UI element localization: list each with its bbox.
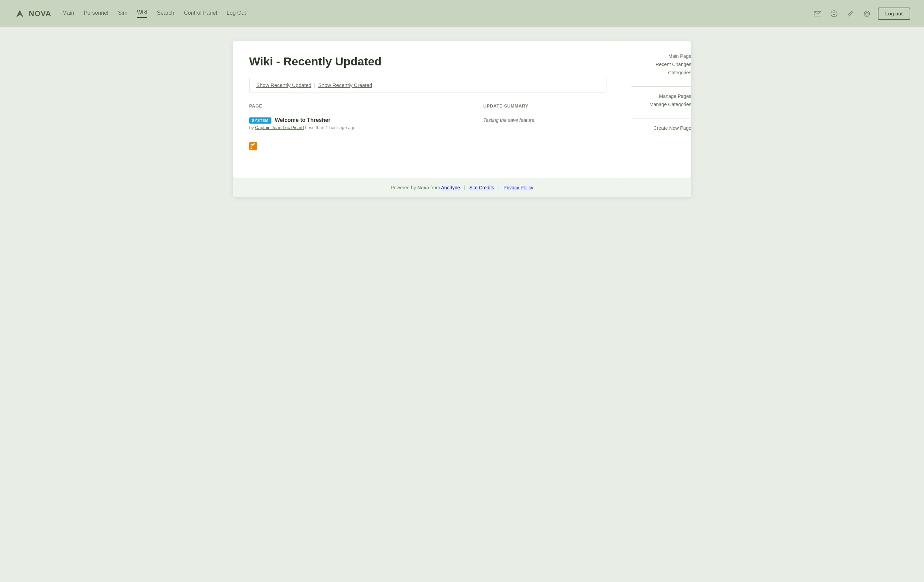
powered-by-text: Powered by [391,185,416,190]
rss-icon [249,142,257,150]
show-recently-created-link[interactable]: Show Recently Created [318,82,372,88]
filter-bar: Show Recently Updated | Show Recently Cr… [249,78,606,93]
time-ago: Less than 1 hour ago ago [305,125,355,130]
sidebar-manage-categories[interactable]: Manage Categories [631,100,691,109]
main-content: Wiki - Recently Updated Show Recently Up… [233,41,623,178]
target-icon[interactable] [861,8,872,19]
svg-point-6 [865,12,868,15]
logout-button[interactable]: Log out [878,8,910,20]
sidebar-section-1: Main Page Recent Changes Categories [631,52,691,77]
system-badge: SYSTEM [249,117,271,124]
nav-logout[interactable]: Log Out [226,10,246,17]
logo-icon [14,8,26,20]
show-recently-updated-link[interactable]: Show Recently Updated [256,82,312,88]
footer-sep-1: | [464,185,465,190]
sidebar-categories[interactable]: Categories [631,68,691,77]
logo[interactable]: NOVA [14,8,51,20]
edit-icon[interactable] [845,8,856,19]
nav-control-panel[interactable]: Control Panel [184,10,217,17]
sidebar-create-new-page[interactable]: Create New Page [631,124,691,132]
sidebar-section-2: Manage Pages Manage Categories [631,92,691,109]
site-credits-link[interactable]: Site Credits [469,185,494,190]
sidebar-recent-changes[interactable]: Recent Changes [631,60,691,68]
nav-right: Log out [812,8,910,20]
svg-point-12 [251,147,252,149]
col-update: UPDATE SUMMARY [470,103,606,112]
logo-text: NOVA [29,9,51,18]
sidebar-manage-pages[interactable]: Manage Pages [631,92,691,100]
rss-icon-container[interactable] [249,135,606,152]
page-cell: SYSTEM Welcome to Thresher by Captain Je… [249,112,470,135]
page-title: Wiki - Recently Updated [249,55,606,68]
footer-sep-2: | [498,185,500,190]
notification-icon[interactable] [828,8,840,19]
author-link[interactable]: Captain Jean-Luc Picard [255,125,304,130]
nav-sim[interactable]: Sim [118,10,128,17]
svg-point-4 [833,13,835,15]
page-meta: by Captain Jean-Luc Picard Less than 1 h… [249,125,470,130]
nav-left: NOVA Main Personnel Sim Wiki Search Cont… [14,8,246,20]
wiki-table: PAGE UPDATE SUMMARY SYSTEM Welcome to Th… [249,103,606,135]
footer: Powered by Nova from Anodyne | Site Cred… [233,178,691,197]
nav-main[interactable]: Main [62,10,74,17]
page-link[interactable]: Welcome to Thresher [275,117,330,123]
privacy-policy-link[interactable]: Privacy Policy [503,185,533,190]
from-text: from [431,185,440,190]
page-container: Wiki - Recently Updated Show Recently Up… [233,41,691,197]
header: NOVA Main Personnel Sim Wiki Search Cont… [0,0,924,27]
sidebar-section-3: Create New Page [631,124,691,132]
svg-rect-11 [249,142,257,150]
page-title-cell: SYSTEM Welcome to Thresher [249,117,470,124]
nav-wiki[interactable]: Wiki [137,10,147,18]
svg-point-3 [831,11,837,17]
table-row: SYSTEM Welcome to Thresher by Captain Je… [249,112,606,135]
card-wrapper: Wiki - Recently Updated Show Recently Up… [233,41,691,178]
sidebar-divider-2 [631,118,691,119]
col-page: PAGE [249,103,470,112]
nav-personnel[interactable]: Personnel [84,10,109,17]
nav-search[interactable]: Search [157,10,174,17]
svg-marker-1 [20,10,24,17]
envelope-icon[interactable] [812,8,823,19]
sidebar-main-page[interactable]: Main Page [631,52,691,60]
main-nav: Main Personnel Sim Wiki Search Control P… [62,10,246,18]
filter-separator: | [314,82,315,88]
anodyne-link[interactable]: Anodyne [441,185,460,190]
sidebar-divider-1 [631,86,691,87]
sidebar: Main Page Recent Changes Categories Mana… [623,41,691,178]
update-summary-cell: Testing the save feature. [470,112,606,135]
update-summary: Testing the save feature. [483,117,536,123]
nova-text: Nova [417,185,429,190]
